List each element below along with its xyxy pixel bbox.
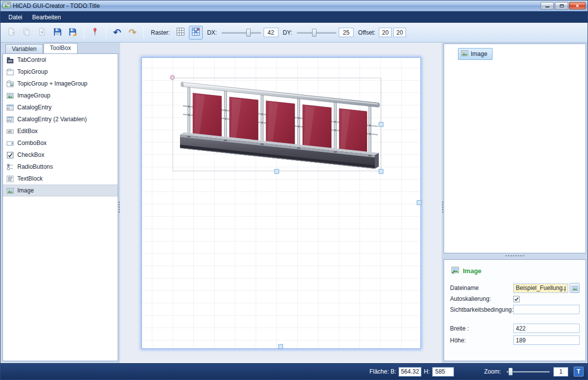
left-tabstrip: Variablen ToolBox — [2, 44, 118, 53]
breite-input[interactable] — [513, 324, 580, 333]
menu-bearbeiten[interactable]: Bearbeiten — [27, 12, 66, 22]
redo-icon: ↷ — [129, 28, 136, 37]
dx-slider[interactable] — [221, 27, 262, 38]
tab-variablen[interactable]: Variablen — [5, 44, 43, 53]
toolbox-item-label: RadioButtons — [17, 163, 53, 170]
raster-grid-button[interactable] — [174, 26, 187, 40]
svg-text:ab: ab — [8, 130, 12, 133]
hoehe-row: Höhe: — [450, 335, 580, 345]
toolbox-item-label: EditBox — [17, 128, 38, 135]
design-canvas[interactable] — [141, 57, 421, 349]
offset-x-input[interactable] — [379, 28, 392, 37]
sichtbarkeit-label: Sichtbarkeitsbedingung: — [450, 306, 513, 313]
page-arrow-icon — [38, 28, 46, 37]
browse-image-button[interactable] — [570, 283, 580, 293]
maximize-button[interactable] — [555, 2, 568, 9]
new-button[interactable] — [4, 26, 18, 40]
outline-panel: Image — [444, 44, 586, 253]
raster-snap-button[interactable] — [189, 26, 203, 40]
canvas-resize-handle-bottom[interactable] — [278, 344, 283, 349]
combobox-icon — [6, 139, 14, 147]
right-panel-splitter-grip[interactable] — [505, 255, 525, 257]
dy-slider-thumb[interactable] — [312, 29, 317, 37]
hoehe-input[interactable] — [513, 335, 580, 345]
dx-slider-thumb[interactable] — [246, 29, 251, 37]
grid-snap-icon — [191, 27, 200, 38]
topicgroup-icon — [6, 68, 14, 76]
sichtbarkeit-input[interactable] — [513, 305, 580, 314]
toolbox-item-editbox[interactable]: ab EditBox — [3, 125, 118, 137]
save-icon — [53, 28, 62, 38]
image-origin-handle[interactable] — [170, 75, 175, 80]
new-page-icon — [7, 28, 15, 37]
toolbox-item-imagegroup[interactable]: ImageGroup — [3, 90, 118, 101]
zoom-slider-thumb[interactable] — [508, 368, 513, 376]
dy-value-input[interactable] — [339, 28, 354, 37]
image-resize-handle-bottom-right[interactable] — [379, 169, 383, 174]
toolbox-item-topicgroup-imagegroup[interactable]: TopicGroup + ImageGroup — [3, 78, 118, 90]
undo-button[interactable]: ↶ — [110, 26, 124, 40]
undo-icon: ↶ — [113, 28, 121, 37]
breite-row: Breite : — [450, 324, 580, 333]
toolbox-item-combobox[interactable]: ComboBox — [3, 137, 118, 149]
toolbox-item-checkbox[interactable]: CheckBox — [3, 149, 118, 161]
toolbox-item-label: TopicGroup + ImageGroup — [17, 80, 88, 87]
checkbox-icon — [6, 151, 14, 159]
toolbox-item-catalogentry-2[interactable]: CatalogEntry (2 Variablen) — [3, 113, 118, 125]
right-panel: Image Image Dateiname Autoskalierung — [444, 44, 586, 361]
window-title: HiCAD GUI-Creator - TODO:Title — [13, 2, 541, 9]
save-as-icon — [69, 28, 77, 38]
h-label: H: — [424, 368, 430, 375]
close-icon: ✕ — [576, 3, 580, 8]
minimize-button[interactable] — [541, 2, 554, 9]
topicgroup-imagegroup-icon — [6, 80, 14, 88]
zoom-label: Zoom: — [484, 368, 501, 375]
railing-image[interactable] — [173, 78, 381, 171]
toolbox-item-tabcontrol[interactable]: TabControl — [3, 54, 118, 66]
tabcontrol-icon — [6, 56, 14, 64]
toolbox-item-catalogentry[interactable]: CatalogEntry — [3, 101, 118, 113]
flaeche-label: Fläche: B: — [369, 368, 396, 375]
app-icon — [2, 1, 10, 11]
close-button[interactable]: ✕ — [569, 2, 586, 9]
toolbox-item-topicgroup[interactable]: TopicGroup — [3, 66, 118, 78]
image-resize-handle-bottom[interactable] — [274, 169, 279, 174]
toolbox-item-label: Image — [17, 187, 34, 194]
toolbox-item-radiobuttons[interactable]: RadioButtons — [3, 161, 118, 173]
toolbox-item-label: CatalogEntry (2 Variablen) — [17, 116, 87, 123]
copy-button[interactable] — [20, 26, 34, 40]
offset-y-input[interactable] — [393, 28, 406, 37]
textblock-icon — [6, 175, 14, 183]
tab-toolbox[interactable]: ToolBox — [44, 43, 78, 53]
pin-button[interactable] — [88, 26, 102, 40]
zoom-slider[interactable] — [505, 366, 551, 377]
app-window: HiCAD GUI-Creator - TODO:Title ✕ Datei B… — [0, 0, 588, 380]
dy-slider[interactable] — [296, 27, 337, 38]
redo-button[interactable]: ↷ — [126, 26, 139, 40]
main-region: Variablen ToolBox TabControl TopicGroup … — [0, 43, 588, 363]
autoskalierung-checkbox[interactable] — [513, 296, 520, 302]
toolbar: ↶ ↷ Raster: DX: DY: Offset: — [0, 23, 588, 43]
outline-item-image[interactable]: Image — [458, 48, 493, 60]
zoom-value-input[interactable] — [553, 367, 568, 377]
save-button[interactable] — [50, 26, 64, 40]
dateiname-label: Dateiname — [450, 285, 513, 291]
dx-label: DX: — [207, 29, 217, 36]
dateiname-row: Dateiname — [450, 283, 580, 293]
flaeche-b-input[interactable] — [399, 367, 421, 377]
properties-header: Image — [451, 266, 580, 276]
save-as-button[interactable] — [66, 26, 80, 40]
dx-value-input[interactable] — [264, 28, 278, 37]
canvas-resize-handle-right[interactable] — [417, 200, 421, 205]
toolbox-item-textblock[interactable]: TextBlock — [3, 173, 118, 185]
flaeche-h-input[interactable] — [432, 367, 454, 377]
dateiname-input[interactable] — [513, 284, 568, 293]
open-button[interactable] — [35, 26, 49, 40]
toolbox-item-label: CheckBox — [17, 151, 45, 158]
menu-datei[interactable]: Datei — [3, 12, 27, 22]
toolbox-item-image[interactable]: Image — [3, 185, 118, 196]
dx-slider-track — [222, 32, 261, 34]
text-tool-button[interactable]: T — [574, 367, 584, 377]
image-resize-handle-right[interactable] — [379, 122, 383, 127]
menu-bar: Datei Bearbeiten — [0, 11, 588, 23]
